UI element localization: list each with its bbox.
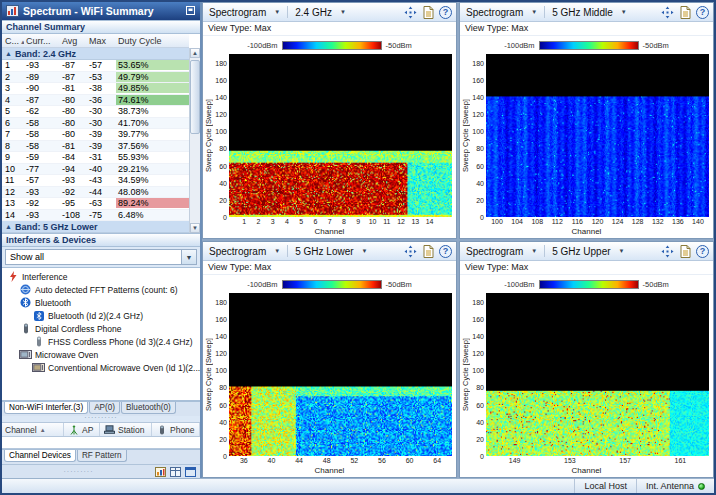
tree-item[interactable]: Auto detected FFT Patterns (count: 6)	[2, 283, 200, 296]
channel-row[interactable]: 7-58-80-3939.77%	[2, 129, 189, 141]
spectrogram-plot[interactable]	[229, 293, 452, 456]
col-channel[interactable]: C...	[5, 36, 19, 46]
avg-cell: -95	[60, 198, 87, 208]
current-cell: -62	[24, 106, 60, 116]
tree-item-label: Bluetooth	[35, 298, 71, 308]
current-cell: -92	[24, 198, 60, 208]
pin-icon[interactable]	[185, 5, 196, 18]
channel-row[interactable]: 10-77-94-4029.21%	[2, 164, 189, 176]
report-icon[interactable]	[421, 5, 435, 19]
help-icon[interactable]: ?	[696, 245, 709, 258]
tab-channel-devices[interactable]: Channel Devices	[4, 450, 76, 462]
channel-row[interactable]: 13-92-95-6389.24%	[2, 198, 189, 210]
y-tick: 180	[215, 298, 227, 305]
channel-row[interactable]: 14-93-108-756.48%	[2, 210, 189, 222]
tree-item-label: FHSS Cordless Phone (Id 3)(2.4 GHz)	[48, 337, 193, 347]
devices-col-phone[interactable]: Phone	[152, 423, 200, 436]
channel-row[interactable]: 4-87-80-3674.61%	[2, 95, 189, 107]
expand-icon[interactable]	[403, 244, 417, 258]
avg-cell: -80	[60, 95, 87, 105]
channel-row[interactable]: 6-58-80-3041.70%	[2, 118, 189, 130]
tree-item[interactable]: Bluetooth (Id 2)(2.4 GHz)	[2, 309, 200, 322]
help-icon[interactable]: ?	[439, 6, 452, 19]
x-tick: 112	[552, 218, 563, 225]
channel-row[interactable]: 3-90-81-3849.85%	[2, 83, 189, 95]
window-view-icon[interactable]	[184, 466, 197, 478]
scroll-up-icon[interactable]: ▲	[190, 48, 200, 58]
report-icon[interactable]	[678, 244, 692, 258]
channel-row[interactable]: 5-62-80-3038.73%	[2, 106, 189, 118]
tree-item[interactable]: Conventional Microwave Oven (Id 1)(2...	[2, 361, 200, 374]
x-tick: 44	[295, 457, 303, 464]
channel-summary-columns[interactable]: C...▲ Curr... Avg Max Duty Cycle	[2, 34, 189, 48]
y-tick: 20	[476, 435, 484, 442]
panel-header: Spectrogram▼ 5 GHz Lower▼ ?	[203, 242, 456, 261]
tree-item[interactable]: Interference	[2, 270, 200, 283]
tree-item[interactable]: Digital Cordless Phone	[2, 322, 200, 335]
band-dropdown[interactable]: 5 GHz Middle▼	[550, 6, 629, 19]
col-current[interactable]: Curr...	[24, 36, 60, 46]
plot-type-dropdown[interactable]: Spectrogram▼	[464, 245, 539, 258]
fft-icon	[19, 284, 32, 295]
plot-type-dropdown[interactable]: Spectrogram▼	[207, 245, 282, 258]
channel-row[interactable]: 1-93-87-5753.65%	[2, 60, 189, 72]
spectrogram-panel: Spectrogram▼ 5 GHz Middle▼ ? View Type: …	[459, 2, 714, 239]
y-tick: 0	[480, 214, 484, 221]
interferer-filter-select[interactable]: Show all ▼	[5, 249, 197, 265]
tab-non-wifi-interfer-3[interactable]: Non-WiFi Interfer.(3)	[4, 402, 88, 414]
band-row-5ghz-lower[interactable]: ▲ Band: 5 GHz Lower	[2, 221, 189, 233]
band-dropdown[interactable]: 5 GHz Upper▼	[550, 245, 626, 258]
devices-col-channel[interactable]: Channel▲	[2, 423, 64, 436]
colorbar-row: -100dBm -50dBm	[203, 275, 456, 293]
tab-bluetooth-0[interactable]: Bluetooth(0)	[121, 402, 176, 414]
col-duty-cycle[interactable]: Duty Cycle	[116, 36, 189, 46]
table-scrollbar[interactable]: ▲ ▼	[189, 48, 200, 233]
plot-type-dropdown[interactable]: Spectrogram▼	[464, 6, 539, 19]
x-tick: 124	[612, 218, 624, 225]
tree-item[interactable]: FHSS Cordless Phone (Id 3)(2.4 GHz)	[2, 335, 200, 348]
duty-cycle-cell: 55.93%	[116, 152, 189, 162]
report-icon[interactable]	[678, 5, 692, 19]
station-icon	[103, 425, 116, 434]
col-avg[interactable]: Avg	[60, 36, 87, 46]
sort-asc-icon: ▲	[40, 427, 46, 433]
chevron-down-icon: ▼	[274, 248, 280, 254]
expand-icon[interactable]	[660, 5, 674, 19]
tree-item[interactable]: Bluetooth	[2, 296, 200, 309]
band-dropdown[interactable]: 2.4 GHz▼	[293, 6, 348, 19]
y-tick: 0	[223, 453, 227, 460]
tree-item[interactable]: Microwave Oven	[2, 348, 200, 361]
spectrogram-plot[interactable]	[486, 54, 709, 217]
channel-row[interactable]: 8-58-81-3937.56%	[2, 141, 189, 153]
channel-row[interactable]: 9-59-84-3155.93%	[2, 152, 189, 164]
scroll-down-icon[interactable]: ▼	[190, 223, 200, 233]
y-tick: 60	[476, 401, 484, 408]
scrollbar-thumb[interactable]	[190, 60, 200, 134]
help-icon[interactable]: ?	[439, 245, 452, 258]
col-max[interactable]: Max	[87, 36, 116, 46]
table-view-icon[interactable]	[169, 466, 182, 478]
tab-ap-0[interactable]: AP(0)	[89, 402, 120, 414]
chart-view-icon[interactable]	[154, 466, 167, 478]
report-icon[interactable]	[421, 244, 435, 258]
spectrogram-plot[interactable]	[486, 293, 709, 456]
devices-col-station[interactable]: Station	[100, 423, 152, 436]
channel-row[interactable]: 2-89-87-5349.79%	[2, 72, 189, 84]
chevron-down-icon[interactable]: ▼	[181, 250, 196, 264]
current-cell: -58	[24, 141, 60, 151]
band-row-24ghz[interactable]: ▲ Band: 2.4 GHz	[2, 48, 189, 60]
grip-dots[interactable]: ·········	[5, 468, 152, 475]
scrollbar-track[interactable]	[190, 58, 200, 223]
channel-row[interactable]: 12-93-92-4448.08%	[2, 187, 189, 199]
spectrogram-plot[interactable]	[229, 54, 452, 217]
expand-icon[interactable]	[403, 5, 417, 19]
tab-rf-pattern[interactable]: RF Pattern	[77, 450, 127, 462]
help-icon[interactable]: ?	[696, 6, 709, 19]
band-dropdown[interactable]: 5 GHz Lower▼	[293, 245, 369, 258]
channel-row[interactable]: 11-57-93-4334.59%	[2, 175, 189, 187]
avg-cell: -87	[60, 60, 87, 70]
devices-col-ap[interactable]: AP	[64, 423, 100, 436]
expand-icon[interactable]	[660, 244, 674, 258]
plot-type-dropdown[interactable]: Spectrogram▼	[207, 6, 282, 19]
chevron-down-icon: ▼	[619, 248, 625, 254]
